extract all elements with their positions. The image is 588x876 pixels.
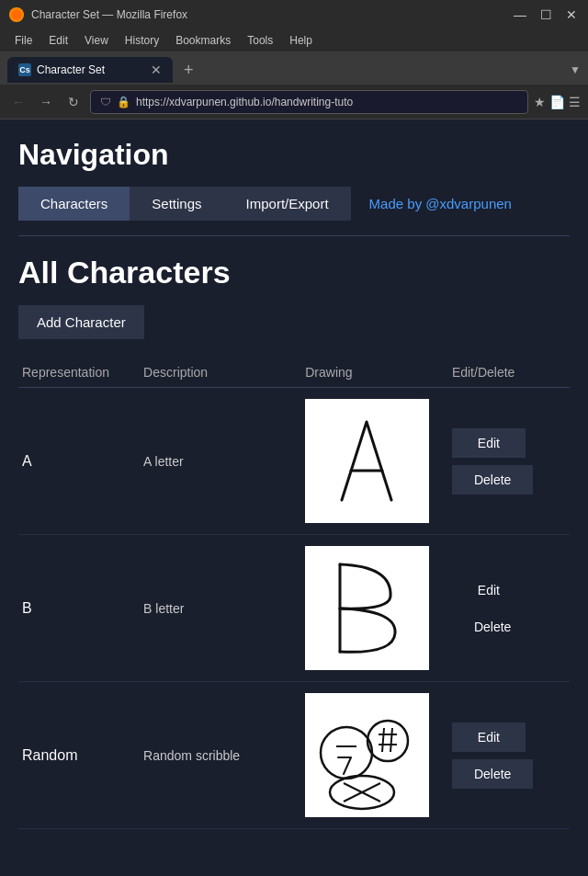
svg-point-2 <box>368 721 408 761</box>
tab-label: Character Set <box>37 63 105 76</box>
address-bar: ← → ↻ 🛡 🔒 https://xdvarpunen.github.io/h… <box>0 85 588 119</box>
lock-icon: 🔒 <box>117 96 130 108</box>
address-input[interactable]: 🛡 🔒 https://xdvarpunen.github.io/handwri… <box>90 90 528 114</box>
col-header-description: Description <box>140 358 301 388</box>
close-button[interactable]: ✕ <box>564 7 579 22</box>
char-drawing <box>301 535 448 682</box>
edit-delete-group-a: Edit Delete <box>452 428 566 495</box>
char-edit-delete: Edit Delete <box>448 535 570 682</box>
title-bar: Character Set — Mozilla Firefox — ☐ ✕ <box>0 0 588 29</box>
table-header-row: Representation Description Drawing Edit/… <box>18 358 570 388</box>
browser-chrome: Character Set — Mozilla Firefox — ☐ ✕ Fi… <box>0 0 588 119</box>
tab-close-button[interactable]: ✕ <box>151 63 162 77</box>
svg-point-0 <box>321 727 372 779</box>
window-title: Character Set — Mozilla Firefox <box>31 8 187 21</box>
star-button[interactable]: ★ <box>534 95 546 109</box>
char-description: B letter <box>140 535 301 682</box>
menu-help[interactable]: Help <box>282 32 320 49</box>
drawing-svg-a <box>305 399 429 523</box>
edit-delete-group-b: Edit Delete <box>452 575 566 642</box>
page-content: Navigation Characters Settings Import/Ex… <box>0 119 588 876</box>
forward-button[interactable]: → <box>35 91 57 113</box>
add-character-button[interactable]: Add Character <box>18 305 144 339</box>
tab-bar: Cs Character Set ✕ + ▼ <box>0 51 588 85</box>
char-description: A letter <box>140 388 301 535</box>
navigation-title: Navigation <box>18 138 570 172</box>
shield-icon: 🛡 <box>100 96 111 108</box>
drawing-box-random <box>305 693 429 817</box>
menu-history[interactable]: History <box>118 32 166 49</box>
back-button[interactable]: ← <box>7 91 29 113</box>
characters-table: Representation Description Drawing Edit/… <box>18 358 570 829</box>
nav-importexport-button[interactable]: Import/Export <box>224 187 351 221</box>
edit-button-a[interactable]: Edit <box>452 428 526 458</box>
menu-edit[interactable]: Edit <box>41 32 75 49</box>
delete-button-b[interactable]: Delete <box>452 612 533 642</box>
char-representation: A <box>18 388 140 535</box>
edit-button-random[interactable]: Edit <box>452 722 526 752</box>
drawing-box-a <box>305 399 429 523</box>
table-row: B B letter <box>18 535 570 682</box>
char-drawing <box>301 388 448 535</box>
menu-bookmarks[interactable]: Bookmarks <box>168 32 238 49</box>
divider <box>18 235 570 236</box>
drawing-svg-random <box>305 693 429 817</box>
char-edit-delete: Edit Delete <box>448 682 570 829</box>
firefox-icon <box>9 7 24 22</box>
new-tab-button[interactable]: + <box>176 61 201 80</box>
nav-characters-button[interactable]: Characters <box>18 187 130 221</box>
title-bar-left: Character Set — Mozilla Firefox <box>9 7 187 22</box>
nav-button-group: Characters Settings Import/Export Made b… <box>18 187 570 221</box>
delete-button-random[interactable]: Delete <box>452 759 533 789</box>
svg-line-6 <box>390 728 392 752</box>
char-description: Random scribble <box>140 682 301 829</box>
window-controls: — ☐ ✕ <box>513 7 579 22</box>
col-header-editdelete: Edit/Delete <box>448 358 570 388</box>
menu-bar: File Edit View History Bookmarks Tools H… <box>0 29 588 51</box>
nav-settings-button[interactable]: Settings <box>130 187 223 221</box>
char-representation: B <box>18 535 140 682</box>
table-row: A A letter Edit <box>18 388 570 535</box>
section-title: All Characters <box>18 255 570 290</box>
edit-delete-group-random: Edit Delete <box>452 722 566 789</box>
menu-file[interactable]: File <box>7 32 40 49</box>
active-tab[interactable]: Cs Character Set ✕ <box>7 57 173 83</box>
menu-tools[interactable]: Tools <box>240 32 280 49</box>
menu-view[interactable]: View <box>77 32 116 49</box>
url-text: https://xdvarpunen.github.io/handwriting… <box>136 96 353 108</box>
svg-line-5 <box>382 728 384 752</box>
extension-button[interactable]: 📄 <box>549 95 565 109</box>
char-edit-delete: Edit Delete <box>448 388 570 535</box>
maximize-button[interactable]: ☐ <box>538 7 553 22</box>
address-actions: ★ 📄 ☰ <box>534 95 581 109</box>
delete-button-a[interactable]: Delete <box>452 465 533 495</box>
minimize-button[interactable]: — <box>513 7 527 22</box>
hamburger-button[interactable]: ☰ <box>569 95 581 109</box>
credit-link[interactable]: Made by @xdvarpunen <box>369 196 512 211</box>
col-header-representation: Representation <box>18 358 140 388</box>
drawing-svg-b <box>305 546 429 670</box>
drawing-box-b <box>305 546 429 670</box>
tab-favicon: Cs <box>18 63 31 76</box>
char-representation: Random <box>18 682 140 829</box>
char-drawing <box>301 682 448 829</box>
reload-button[interactable]: ↻ <box>62 91 85 113</box>
edit-button-b[interactable]: Edit <box>452 575 526 605</box>
col-header-drawing: Drawing <box>301 358 448 388</box>
tab-dropdown-button[interactable]: ▼ <box>570 63 581 76</box>
table-row: Random Random scribble <box>18 682 570 829</box>
